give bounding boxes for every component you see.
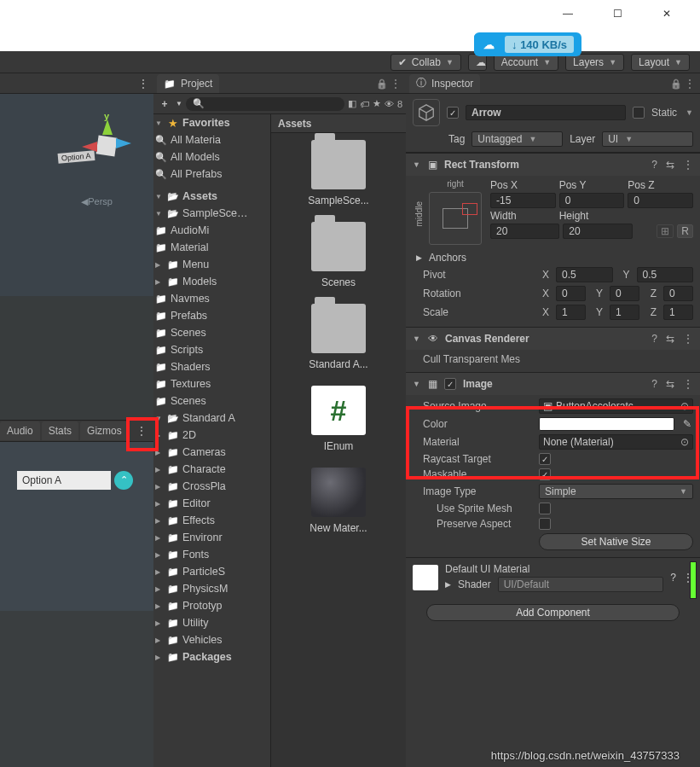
pivot-x-input[interactable]: 0.5 <box>556 267 613 282</box>
blueprint-mode-button[interactable]: ⊞ <box>657 224 674 238</box>
scl-y-input[interactable]: 1 <box>610 305 639 320</box>
panel-menu-icon[interactable] <box>389 78 402 90</box>
material-field[interactable]: None (Material)⊙ <box>539 434 693 450</box>
layer-dropdown[interactable]: UI▼ <box>602 131 693 147</box>
help-icon[interactable]: ? <box>651 333 657 345</box>
asset-item[interactable]: Scenes <box>278 222 399 288</box>
rot-y-input[interactable]: 0 <box>610 286 639 301</box>
minimize-button[interactable]: — <box>560 6 576 21</box>
maskable-checkbox[interactable] <box>539 468 551 480</box>
tree-item[interactable]: Utility <box>182 617 209 629</box>
hidden-icon[interactable]: 👁 <box>385 99 394 109</box>
asset-item[interactable]: New Mater... <box>278 468 399 534</box>
panel-menu-icon[interactable] <box>138 78 148 90</box>
tree-item[interactable]: Prefabs <box>171 310 207 322</box>
object-picker-icon[interactable]: ⊙ <box>680 400 689 412</box>
panel-menu-icon[interactable] <box>136 425 147 437</box>
tab-gizmos[interactable]: Gizmos <box>80 421 129 440</box>
raycast-checkbox[interactable] <box>539 453 551 465</box>
collab-dropdown[interactable]: ✔ Collab ▼ <box>390 54 461 71</box>
rot-z-input[interactable]: 0 <box>663 286 693 301</box>
favorite-icon[interactable]: ★ <box>373 98 381 109</box>
panel-menu-icon[interactable] <box>683 78 697 90</box>
tree-item[interactable]: ParticleS <box>182 566 225 578</box>
asset-item[interactable]: SampleSce... <box>278 140 399 206</box>
posx-input[interactable]: -15 <box>490 193 556 208</box>
rot-x-input[interactable]: 0 <box>556 286 586 301</box>
orientation-gizmo[interactable]: y <box>77 111 136 171</box>
tree-item[interactable]: Scenes <box>171 395 206 407</box>
tree-item[interactable]: Material <box>171 241 208 253</box>
menu-icon[interactable] <box>683 333 693 345</box>
width-input[interactable]: 20 <box>490 224 559 239</box>
tag-dropdown[interactable]: Untagged▼ <box>471 131 563 147</box>
project-tree[interactable]: ★Favorites All Materia All Models All Pr… <box>153 114 271 767</box>
raw-edit-button[interactable]: R <box>677 224 693 238</box>
help-icon[interactable]: ? <box>651 378 657 390</box>
tree-item[interactable]: All Materia <box>171 134 221 146</box>
tree-item[interactable]: All Models <box>171 151 220 163</box>
tree-item[interactable]: Textures <box>171 378 211 390</box>
add-button[interactable]: + <box>157 98 172 110</box>
static-checkbox[interactable] <box>633 107 645 119</box>
tree-item[interactable]: Effects <box>182 514 215 526</box>
set-native-size-button[interactable]: Set Native Size <box>539 533 693 550</box>
tree-item[interactable]: AudioMi <box>171 224 209 236</box>
active-checkbox[interactable] <box>447 107 459 119</box>
preset-icon[interactable]: ⇆ <box>666 333 674 345</box>
preset-icon[interactable]: ⇆ <box>666 159 674 171</box>
scl-z-input[interactable]: 1 <box>663 305 693 320</box>
tree-item[interactable]: Fonts <box>182 549 209 561</box>
scene-view[interactable]: Option A y ◀Persp <box>0 94 153 420</box>
filter-type-icon[interactable]: ◧ <box>348 98 356 109</box>
chevron-down-icon[interactable]: ▼ <box>686 108 693 117</box>
packages-header[interactable]: Packages <box>182 651 232 663</box>
tree-item[interactable]: Characte <box>182 463 226 475</box>
perspective-toggle[interactable]: ◀Persp <box>81 196 113 207</box>
tree-item[interactable]: Menu <box>182 259 209 270</box>
tree-item[interactable]: SampleSce… <box>182 207 247 219</box>
component-header[interactable]: ▼ ▣ Rect Transform ?⇆ <box>406 154 700 176</box>
filter-label-icon[interactable]: 🏷 <box>360 99 369 109</box>
assets-header[interactable]: Assets <box>182 190 217 202</box>
anchors-foldout[interactable]: Anchors <box>429 252 466 264</box>
dropdown-arrow-icon[interactable]: ⌃ <box>114 471 133 490</box>
shader-dropdown[interactable]: UI/Default <box>498 577 664 592</box>
tree-item[interactable]: Prototyp <box>182 600 223 612</box>
tree-item[interactable]: Scripts <box>171 344 203 356</box>
game-view[interactable]: Option A ⌃ <box>0 442 153 768</box>
tree-item[interactable]: Cameras <box>182 446 226 458</box>
tree-item[interactable]: Environr <box>182 532 223 543</box>
tree-item[interactable]: PhysicsM <box>182 583 228 595</box>
object-picker-icon[interactable]: ⊙ <box>680 436 689 448</box>
tree-item[interactable]: 2D <box>182 429 196 441</box>
tree-item[interactable]: Models <box>182 276 217 288</box>
tab-stats[interactable]: Stats <box>42 421 78 440</box>
tree-item[interactable]: All Prefabs <box>171 168 222 180</box>
scl-x-input[interactable]: 1 <box>556 305 586 320</box>
asset-item[interactable]: #IEnum <box>278 386 399 452</box>
maximize-button[interactable]: ☐ <box>610 6 625 21</box>
asset-grid[interactable]: Assets SampleSce... Scenes Standard A...… <box>271 114 406 767</box>
search-input[interactable] <box>186 97 344 111</box>
object-name-input[interactable]: Arrow <box>466 105 626 120</box>
dropdown-preview[interactable]: Option A <box>17 471 111 490</box>
component-header[interactable]: ▼ ▦ Image ?⇆ <box>406 373 700 395</box>
tab-inspector[interactable]: ⓘ Inspector <box>409 74 480 93</box>
lock-icon[interactable] <box>375 78 389 90</box>
tree-item[interactable]: Editor <box>182 497 211 509</box>
gameobject-icon[interactable] <box>413 99 440 126</box>
tab-project[interactable]: Project <box>157 74 219 93</box>
help-icon[interactable]: ? <box>670 572 676 584</box>
eyedropper-icon[interactable]: ✎ <box>681 418 693 430</box>
tab-audio[interactable]: Audio <box>0 421 40 440</box>
posz-input[interactable]: 0 <box>628 193 693 208</box>
anchor-preset-button[interactable] <box>429 192 482 245</box>
menu-icon[interactable] <box>683 378 693 390</box>
help-icon[interactable]: ? <box>651 159 657 171</box>
lock-icon[interactable] <box>669 78 683 90</box>
tree-item[interactable]: Navmes <box>171 293 210 305</box>
color-swatch[interactable] <box>539 417 674 431</box>
preset-icon[interactable]: ⇆ <box>666 378 674 390</box>
favorites-header[interactable]: Favorites <box>182 117 230 129</box>
